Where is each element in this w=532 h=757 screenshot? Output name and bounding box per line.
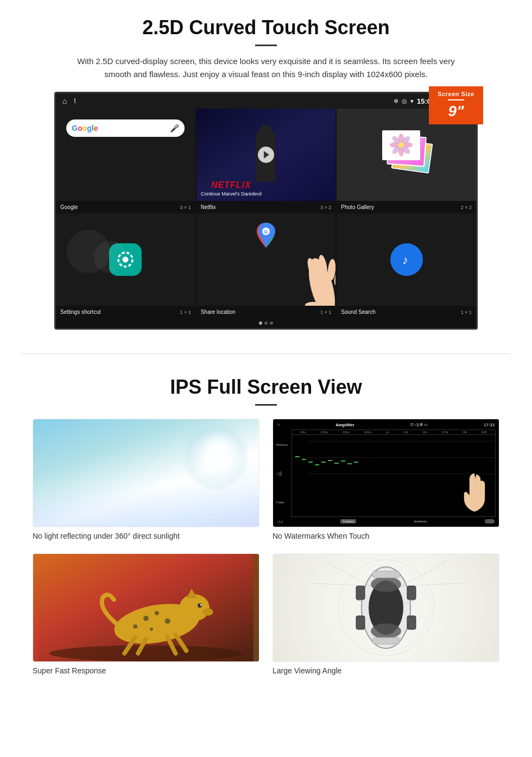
amp-screen: ⌂ Amplifier ⊡ ◁) ⊠ ▭ 17:33 Balance ◁) Fa… <box>273 419 499 527</box>
svg-point-24 <box>49 645 243 661</box>
share-app-size: 1 × 1 <box>320 310 331 315</box>
amplifier-image: ⌂ Amplifier ⊡ ◁) ⊠ ▭ 17:33 Balance ◁) Fa… <box>273 419 499 527</box>
svg-point-9 <box>398 142 404 148</box>
cheetah-image <box>33 553 259 662</box>
svg-point-31 <box>150 628 153 631</box>
eq-bar-10 <box>354 462 358 463</box>
app-cell-settings[interactable] <box>56 213 195 306</box>
gallery-stack <box>382 130 431 179</box>
maps-icon-wrap: G <box>255 222 277 251</box>
amp-bottom: ◁◁ Custom loudness <box>275 518 497 525</box>
section-ips: IPS Full Screen View No light reflecting… <box>0 365 532 691</box>
hand-eq-wrap <box>460 471 490 516</box>
svg-line-54 <box>326 562 370 586</box>
svg-rect-50 <box>356 586 365 600</box>
dot-2 <box>264 321 268 325</box>
app-cell-netflix[interactable]: NETFLIX Continue Marvel's Daredevil <box>197 109 336 201</box>
eq-bar-5 <box>321 462 326 463</box>
amp-eq-bars <box>292 434 495 489</box>
sound-app-size: 1 × 1 <box>461 310 472 315</box>
svg-rect-53 <box>407 616 416 629</box>
svg-rect-46 <box>372 571 400 578</box>
badge-divider <box>448 99 464 100</box>
svg-rect-47 <box>372 638 400 644</box>
eq-bar-6 <box>328 460 332 461</box>
feature-sunlight: No light reflecting under 360° direct su… <box>33 419 259 540</box>
share-app-name: Share location <box>201 309 236 315</box>
badge-size-value: 9" <box>432 103 480 120</box>
wifi-icon: ▾ <box>410 98 414 105</box>
feature-grid: No light reflecting under 360° direct su… <box>33 419 499 675</box>
app-cell-sound[interactable]: ♪ <box>337 213 476 306</box>
gallery-label: Photo Gallery 2 × 2 <box>337 203 476 211</box>
svg-line-57 <box>402 583 462 586</box>
usb-icon: ⌇ <box>73 97 77 105</box>
section1-divider <box>255 45 277 46</box>
svg-point-28 <box>155 611 159 615</box>
status-bar-left: ⌂ ⌇ <box>62 97 77 105</box>
google-search-bar[interactable]: Google 🎤 <box>66 119 185 137</box>
amp-prev-icon: ◁◁ <box>277 520 283 523</box>
sky-lower <box>33 484 259 527</box>
status-bar: ⌂ ⌇ ✲ ◎ ▾ 15:06 ⊡ ◁) ⊠ ▭ <box>56 93 476 109</box>
amp-home-icon: ⌂ <box>277 422 280 427</box>
eq-bar-2 <box>302 459 306 460</box>
app-grid-top: Google 🎤 <box>56 109 476 201</box>
sunlight-image <box>33 419 259 527</box>
section-curved-touch: 2.5D Curved Touch Screen With 2.5D curve… <box>0 0 532 343</box>
dot-3 <box>270 321 273 325</box>
settings-app-size: 1 × 1 <box>180 310 191 315</box>
svg-point-30 <box>133 624 137 629</box>
gallery-app-size: 2 × 2 <box>461 205 472 210</box>
eq-bar-9 <box>347 463 352 464</box>
cheetah-label: Super Fast Response <box>33 666 259 675</box>
db-line-0 <box>307 457 495 458</box>
netflix-label: Netflix 3 × 2 <box>197 203 336 211</box>
cheetah-bg <box>33 554 259 661</box>
home-icon: ⌂ <box>62 97 67 105</box>
svg-line-56 <box>310 583 370 586</box>
sound-app-name: Sound Search <box>341 309 375 315</box>
svg-rect-51 <box>407 586 416 600</box>
google-app-name: Google <box>60 204 78 210</box>
svg-line-55 <box>402 562 446 586</box>
svg-point-26 <box>179 594 209 621</box>
svg-point-45 <box>371 623 401 639</box>
db-line-10 <box>307 441 495 441</box>
sun-burst <box>183 425 248 490</box>
location-icon: ◎ <box>402 98 407 105</box>
section1-description: With 2.5D curved-display screen, this de… <box>76 55 456 81</box>
sunlight-label: No light reflecting under 360° direct su… <box>33 532 259 540</box>
amp-main: Balance ◁) Fader 60hz 100hz 200hz 500hz <box>275 428 497 518</box>
app-labels-row1: Google 3 × 1 Netflix 3 × 2 Photo Gallery… <box>56 201 476 213</box>
netflix-logo: NETFLIX <box>201 180 262 190</box>
eq-bar-4 <box>315 464 319 465</box>
svg-text:G: G <box>264 229 268 235</box>
section2-divider <box>255 404 277 406</box>
netflix-app-size: 3 × 2 <box>320 205 331 210</box>
gallery-photo-front <box>382 130 420 160</box>
app-cell-google[interactable]: Google 🎤 <box>56 109 195 201</box>
section1-title: 2.5D Curved Touch Screen <box>33 16 499 39</box>
amp-statusbar: ⌂ Amplifier ⊡ ◁) ⊠ ▭ 17:33 <box>275 421 497 428</box>
device-mockup-wrap: ⌂ ⌇ ✲ ◎ ▾ 15:06 ⊡ ◁) ⊠ ▭ <box>54 92 478 330</box>
hand-eq-icon <box>460 471 490 514</box>
app-cell-share[interactable]: G <box>197 213 336 306</box>
app-grid-bottom: G <box>56 213 476 306</box>
amp-toggle[interactable] <box>485 519 495 523</box>
play-button[interactable] <box>258 147 274 163</box>
hand-pointing-icon <box>289 244 335 306</box>
screen-dots <box>56 318 476 328</box>
app-labels-row2: Settings shortcut 1 × 1 Share location 1… <box>56 306 476 318</box>
amp-fader-label: Fader <box>276 501 292 504</box>
amp-balance-icon: ◁) <box>276 471 292 476</box>
amp-eq-area: 60hz 100hz 200hz 500hz 1k 2.5k 10k 12.5k… <box>292 430 496 517</box>
netflix-app-name: Netflix <box>201 204 216 210</box>
feature-watermark: ⌂ Amplifier ⊡ ◁) ⊠ ▭ 17:33 Balance ◁) Fa… <box>273 419 499 540</box>
hand-pointing-wrap <box>289 244 335 306</box>
feature-car: Large Viewing Angle <box>273 553 499 675</box>
device-screen: ⌂ ⌇ ✲ ◎ ▾ 15:06 ⊡ ◁) ⊠ ▭ <box>54 92 478 330</box>
svg-point-44 <box>371 577 401 592</box>
amp-labels: Balance ◁) Fader <box>276 430 292 517</box>
svg-point-37 <box>200 604 201 606</box>
